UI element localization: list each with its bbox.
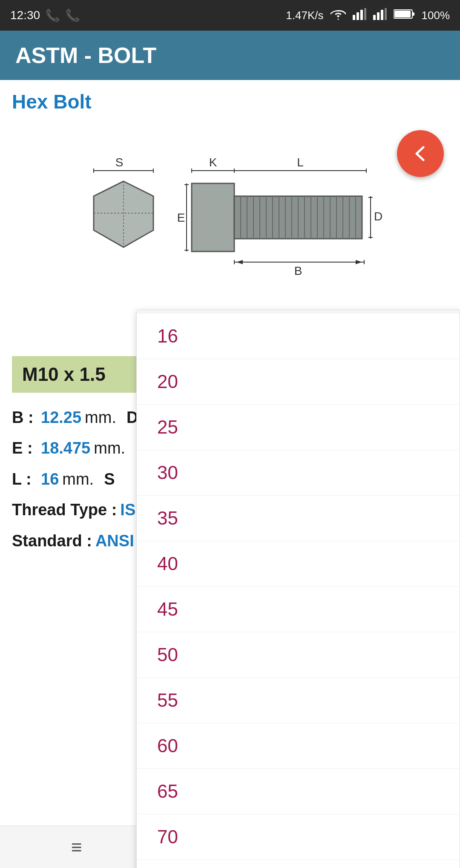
dropdown-item[interactable]: 20 [137,359,460,405]
section-title: Hex Bolt [12,90,448,113]
spec-l-label: L : [12,465,37,494]
svg-rect-1 [356,12,359,20]
status-right: 1.47K/s 100% [286,8,450,23]
phone-icon-2: 📞 [65,9,80,23]
spec-b-value: 12.25 [41,403,81,432]
spec-e-unit: mm. [94,434,125,463]
spec-standard-label: Standard : [12,526,92,555]
bolt-diagram-area: S K L E [12,122,448,326]
spec-e-value: 18.475 [41,434,90,463]
svg-rect-0 [353,15,355,20]
dropdown-item[interactable]: 40 [137,541,460,587]
phone-icon-1: 📞 [45,9,60,23]
network-speed: 1.47K/s [286,9,323,22]
svg-rect-2 [360,10,363,20]
dropdown-item[interactable]: 60 [137,723,460,769]
status-bar: 12:30 📞 📞 1.47K/s 100% [0,0,460,31]
dropdown-item[interactable]: 35 [137,496,460,541]
spec-e-label: E : [12,434,37,463]
dropdown-item[interactable]: 75 [137,860,460,868]
dropdown-item[interactable]: 55 [137,678,460,723]
dropdown-item[interactable]: 30 [137,450,460,496]
dropdown-item[interactable]: 65 [137,769,460,814]
svg-rect-7 [385,8,387,20]
signal-icon-2 [373,8,387,23]
svg-text:L: L [297,156,304,169]
dropdown-item[interactable]: 70 [137,814,460,860]
app-title: ASTM - BOLT [15,43,156,68]
svg-rect-4 [373,15,376,20]
dropdown-item[interactable]: 50 [137,632,460,678]
signal-icon [353,8,366,23]
spec-l-unit: mm. [62,465,94,494]
svg-text:K: K [209,156,217,169]
svg-text:B: B [294,264,302,277]
svg-rect-6 [381,10,383,20]
svg-text:E: E [177,211,185,224]
svg-text:D: D [374,210,382,223]
battery-icon [394,9,415,22]
back-button[interactable] [397,130,444,177]
content-area: Hex Bolt S K [0,80,460,567]
length-dropdown[interactable]: 162025303540455055606570758090100 [136,310,460,868]
spec-thread-label: Thread Type : [12,495,117,524]
size-value-box[interactable]: M10 x 1.5 [12,356,144,393]
nav-menu-icon[interactable]: ≡ [71,837,82,858]
spec-s-label: S [104,465,115,494]
dropdown-item[interactable]: 16 [137,314,460,359]
svg-marker-63 [356,260,362,264]
svg-marker-62 [236,260,243,264]
dropdown-item[interactable]: 25 [137,405,460,450]
dropdown-item[interactable]: 45 [137,587,460,632]
svg-rect-3 [364,8,366,20]
svg-rect-9 [394,11,411,17]
svg-text:S: S [115,156,124,169]
wifi-icon [331,8,346,23]
spec-l-value: 16 [41,465,59,494]
svg-rect-5 [377,12,380,20]
app-bar: ASTM - BOLT [0,31,460,80]
svg-rect-10 [412,12,414,16]
spec-b-unit: mm. [85,403,116,432]
bolt-diagram-svg: S K L E [12,122,448,326]
svg-rect-33 [192,183,234,251]
battery-percent: 100% [422,9,450,22]
status-left: 12:30 📞 📞 [10,9,80,23]
spec-b-label: B : [12,403,37,432]
status-time: 12:30 [10,9,40,22]
